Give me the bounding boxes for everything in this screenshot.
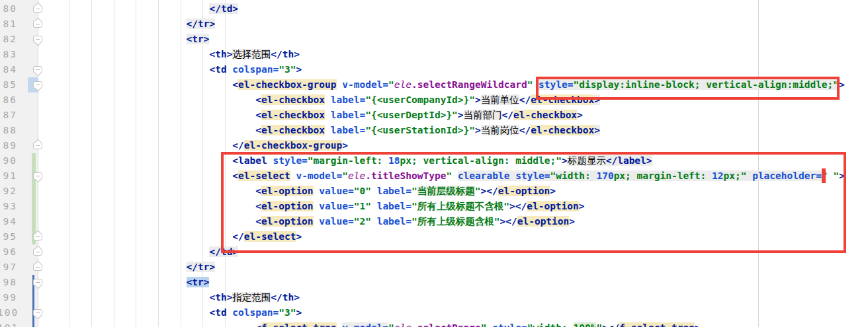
code-token: < (255, 125, 261, 135)
code-token: </ (232, 140, 243, 151)
code-token: .selectRangeWildcard (412, 79, 527, 90)
code-token: > (839, 79, 845, 90)
code-token: </ (519, 125, 531, 135)
code-token: " (388, 79, 394, 90)
code-line[interactable]: 99 <th>指定范围</th> (0, 290, 868, 305)
fold-end-icon[interactable] (33, 233, 42, 240)
code-token (48, 246, 209, 257)
code-line[interactable]: 98 <tr> (0, 275, 868, 290)
code-token: el-checkbox (513, 110, 577, 120)
line-number: 80 (0, 1, 17, 17)
line-number: 101 (0, 320, 17, 327)
code-token (48, 18, 187, 29)
code-text: <th>选择范围</th> (48, 47, 300, 62)
code-line[interactable]: 80 </td> (0, 1, 868, 17)
code-token (325, 110, 331, 120)
fold-collapse-icon[interactable] (33, 279, 42, 286)
code-token (48, 34, 187, 44)
line-number: 96 (0, 244, 17, 260)
code-token: colspan= (232, 307, 279, 318)
line-number: 82 (0, 32, 17, 47)
code-line[interactable]: 101 <f-select-tree v-model="ele.selectRa… (0, 320, 868, 327)
code-token (325, 94, 331, 105)
code-line[interactable]: 84 <td colspan="3"> (0, 62, 868, 77)
code-token: label= (331, 125, 365, 135)
code-line[interactable]: 87 <el-checkbox label="{<userDeptId>}">当… (0, 108, 868, 123)
code-token (48, 3, 209, 14)
code-token: <tr> (187, 277, 210, 287)
line-number: 95 (0, 229, 17, 244)
code-token: </ (519, 94, 531, 105)
fold-collapse-icon[interactable] (33, 81, 42, 89)
fold-end-icon[interactable] (33, 248, 42, 256)
code-line[interactable]: 89 </el-checkbox-group> (0, 138, 868, 153)
annotation-red-box (536, 77, 840, 100)
code-token: <tr> (187, 34, 210, 44)
code-token: < (255, 110, 261, 120)
code-token: </tr> (187, 18, 216, 29)
code-token: > (602, 322, 608, 327)
code-token (48, 125, 255, 135)
code-token: < (255, 94, 261, 105)
code-line[interactable]: 100 <td colspan="3"> (0, 305, 868, 320)
code-line[interactable]: 82 <tr> (0, 32, 868, 47)
vcs-added-bar (32, 199, 36, 214)
code-token: el-checkbox (261, 110, 325, 120)
code-text: </td> (48, 1, 238, 17)
code-token: > (577, 110, 583, 120)
code-token: </th> (271, 49, 300, 59)
code-token: ele (394, 322, 412, 327)
code-token (48, 155, 232, 166)
fold-collapse-icon[interactable] (33, 172, 42, 180)
fold-collapse-icon[interactable] (33, 36, 42, 43)
code-line[interactable]: 83 <th>选择范围</th> (0, 47, 868, 62)
line-number: 98 (0, 275, 17, 290)
code-token: </ (608, 322, 619, 327)
code-token: el-checkbox (531, 125, 594, 135)
code-token: "{<userDeptId>}" (365, 110, 458, 120)
code-token: " (481, 322, 487, 327)
code-token: > (594, 125, 600, 135)
fold-end-icon[interactable] (33, 142, 42, 149)
code-token (48, 277, 187, 287)
code-text: </td> (48, 244, 238, 260)
code-token: <th> (209, 49, 232, 59)
code-token (48, 231, 232, 242)
line-number: 84 (0, 62, 17, 77)
code-token: label= (331, 94, 365, 105)
fold-collapse-icon[interactable] (33, 66, 42, 73)
code-token: </td> (209, 3, 238, 14)
line-number: 89 (0, 138, 17, 153)
code-token: > (458, 110, 464, 120)
code-text: <el-checkbox label="{<userStationId>}">当… (48, 123, 600, 138)
code-token: 100% (574, 322, 597, 327)
code-text: <f-select-tree v-model="ele.selectRange"… (48, 320, 701, 327)
fold-end-icon[interactable] (33, 264, 42, 271)
code-line[interactable]: 88 <el-checkbox label="{<userStationId>}… (0, 123, 868, 138)
code-token (48, 94, 255, 105)
code-token (48, 79, 232, 90)
code-line[interactable]: 81 </tr> (0, 17, 868, 32)
code-token: </ (502, 110, 513, 120)
code-token: " (596, 322, 602, 327)
code-token: colspan= (232, 64, 279, 75)
code-token (48, 292, 209, 303)
fold-end-icon[interactable] (33, 20, 42, 28)
vcs-added-bar (32, 153, 36, 168)
vcs-modified-bar (32, 320, 34, 327)
code-token: > (296, 64, 302, 75)
code-token: < (232, 79, 238, 90)
code-token (48, 49, 209, 59)
code-token: el-checkbox-group (238, 79, 336, 90)
code-text: </el-checkbox-group> (48, 138, 348, 153)
line-number: 92 (0, 184, 17, 199)
code-token: 选择范围 (232, 49, 271, 59)
code-line[interactable]: 97 </tr> (0, 260, 868, 275)
line-number: 97 (0, 260, 17, 275)
fold-collapse-icon[interactable] (33, 309, 42, 316)
annotation-red-box (221, 152, 846, 253)
code-token: <th> (209, 292, 232, 303)
code-token: 当前部门 (464, 110, 502, 120)
fold-end-icon[interactable] (33, 5, 42, 13)
line-number: 93 (0, 199, 17, 214)
